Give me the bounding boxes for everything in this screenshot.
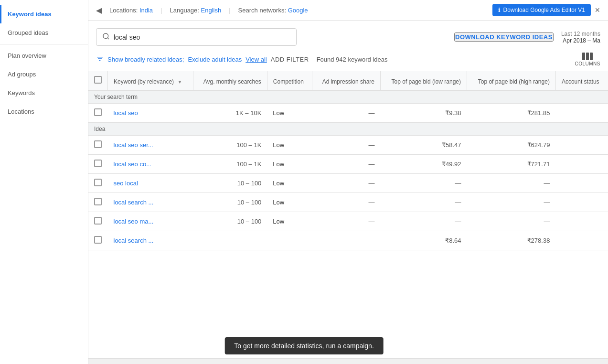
found-count: Found 942 keyword ideas — [317, 56, 388, 63]
table-row: local seo co...100 – 1KLow—₹49.92₹721.71 — [88, 155, 608, 174]
table-row: local seo1K – 10KLow—₹9.38₹281.85 — [88, 104, 608, 123]
sidebar-item-keywords[interactable]: Keywords — [0, 84, 88, 102]
search-icon — [102, 32, 110, 42]
separator-1: | — [160, 7, 162, 14]
download-keyword-ideas-button[interactable]: DOWNLOAD KEYWORD IDEAS — [454, 32, 554, 42]
keyword-cell[interactable]: local seo — [108, 104, 193, 123]
collapse-sidebar-button[interactable]: ◀ — [96, 6, 102, 15]
header-competition[interactable]: Competition — [267, 71, 312, 90]
search-networks-label: Search networks: — [238, 7, 286, 14]
row-checkbox[interactable] — [94, 179, 102, 186]
avg-monthly-cell: 100 – 1K — [193, 155, 267, 174]
account-status-cell — [555, 212, 608, 231]
header-keyword[interactable]: Keyword (by relevance) ▼ — [108, 71, 193, 90]
header-checkbox[interactable] — [88, 71, 108, 90]
exclude-adult-filter[interactable]: Exclude adult ideas — [188, 56, 242, 63]
columns-button[interactable]: COLUMNS — [575, 53, 600, 66]
top-bid-high-cell: ₹281.85 — [467, 104, 555, 123]
table-row: local search ...10 – 100Low——— — [88, 193, 608, 212]
close-editor-button[interactable]: ✕ — [595, 6, 600, 14]
account-status-cell — [555, 104, 608, 123]
main-content: ◀ Locations: India | Language: English |… — [88, 0, 608, 364]
sidebar-item-ad-groups[interactable]: Ad groups — [0, 65, 88, 84]
row-checkbox[interactable] — [94, 140, 102, 148]
competition-cell: Low — [267, 155, 312, 174]
keyword-cell[interactable]: local search ... — [108, 231, 193, 250]
header-avg-monthly[interactable]: Avg. monthly searches — [193, 71, 267, 90]
ad-impression-cell: — — [312, 155, 381, 174]
filter-row: Show broadly related ideas; Exclude adul… — [88, 50, 608, 71]
table-section-header: Idea — [88, 123, 608, 136]
row-checkbox[interactable] — [94, 217, 102, 225]
sidebar-item-keyword-ideas[interactable]: Keyword ideas — [0, 5, 88, 23]
search-networks-value: Google — [288, 7, 308, 14]
avg-monthly-cell: 10 – 100 — [193, 193, 267, 212]
top-bid-high-cell: ₹721.71 — [467, 155, 555, 174]
sidebar-item-plan-overview[interactable]: Plan overview — [0, 46, 88, 65]
keyword-cell[interactable]: local seo co... — [108, 155, 193, 174]
sort-arrow-keyword: ▼ — [177, 79, 182, 85]
campaign-tooltip: To get more detailed statistics, run a c… — [224, 337, 384, 354]
top-bar-right: ℹ Download Google Ads Editor V1 ✕ — [492, 4, 600, 16]
top-bid-high-cell: ₹624.79 — [467, 136, 555, 155]
account-status-cell — [555, 174, 608, 193]
keyword-cell[interactable]: local seo ma... — [108, 212, 193, 231]
header-top-bid-high[interactable]: Top of page bid (high range) — [467, 71, 555, 90]
keyword-cell[interactable]: local search ... — [108, 193, 193, 212]
table-section-header: Your search term — [88, 90, 608, 104]
table-row: local seo ma...10 – 100Low——— — [88, 212, 608, 231]
avg-monthly-cell: 100 – 1K — [193, 136, 267, 155]
broadly-related-filter[interactable]: Show broadly related ideas; — [107, 56, 184, 63]
top-bar: ◀ Locations: India | Language: English |… — [88, 0, 608, 21]
row-checkbox[interactable] — [94, 236, 102, 244]
competition-cell: Low — [267, 174, 312, 193]
account-status-cell — [555, 155, 608, 174]
competition-cell: Low — [267, 104, 312, 123]
keyword-table: Keyword (by relevance) ▼ Avg. monthly se… — [88, 71, 608, 250]
table-row: local seo ser...100 – 1KLow—₹58.47₹624.7… — [88, 136, 608, 155]
avg-monthly-cell: 1K – 10K — [193, 104, 267, 123]
table-row: local search ...₹8.64₹278.38 — [88, 231, 608, 250]
header-top-bid-low[interactable]: Top of page bid (low range) — [381, 71, 467, 90]
top-bid-low-cell: — — [381, 212, 467, 231]
row-checkbox[interactable] — [94, 108, 102, 116]
top-bid-low-cell: ₹58.47 — [381, 136, 467, 155]
ad-impression-cell: — — [312, 104, 381, 123]
separator-2: | — [229, 7, 230, 14]
date-range: Last 12 months Apr 2018 – Ma — [561, 31, 600, 44]
sidebar-item-grouped-ideas[interactable]: Grouped ideas — [0, 23, 88, 42]
view-all-filter[interactable]: View all — [245, 56, 267, 63]
header-account-status[interactable]: Account status — [555, 71, 608, 90]
row-checkbox[interactable] — [94, 160, 102, 167]
svg-line-1 — [107, 38, 109, 39]
competition-cell: Low — [267, 193, 312, 212]
info-icon: ℹ — [498, 7, 501, 13]
top-bid-high-cell: — — [467, 174, 555, 193]
sidebar-divider-1 — [0, 44, 88, 44]
ad-impression-cell: — — [312, 136, 381, 155]
select-all-checkbox[interactable] — [94, 76, 102, 84]
add-filter-button[interactable]: ADD FILTER — [271, 56, 309, 63]
svg-point-0 — [103, 33, 108, 39]
keyword-search-input[interactable] — [114, 33, 290, 41]
row-checkbox[interactable] — [94, 198, 102, 205]
avg-monthly-cell: 10 – 100 — [193, 212, 267, 231]
account-status-cell — [555, 231, 608, 250]
table-row: seo local10 – 100Low——— — [88, 174, 608, 193]
horizontal-scrollbar[interactable] — [88, 358, 608, 364]
keyword-cell[interactable]: seo local — [108, 174, 193, 193]
language-label: Language: — [170, 7, 199, 14]
columns-icon — [582, 53, 593, 60]
top-bid-low-cell: ₹49.92 — [381, 155, 467, 174]
top-bid-low-cell: — — [381, 193, 467, 212]
sidebar-item-locations[interactable]: Locations — [0, 102, 88, 121]
download-editor-button[interactable]: ℹ Download Google Ads Editor V1 — [492, 4, 591, 16]
avg-monthly-cell — [193, 231, 267, 250]
header-ad-impression[interactable]: Ad impression share — [312, 71, 381, 90]
keyword-cell[interactable]: local seo ser... — [108, 136, 193, 155]
competition-cell — [267, 231, 312, 250]
top-bid-high-cell: — — [467, 193, 555, 212]
account-status-cell — [555, 136, 608, 155]
top-bid-high-cell: — — [467, 212, 555, 231]
top-bid-low-cell: ₹8.64 — [381, 231, 467, 250]
